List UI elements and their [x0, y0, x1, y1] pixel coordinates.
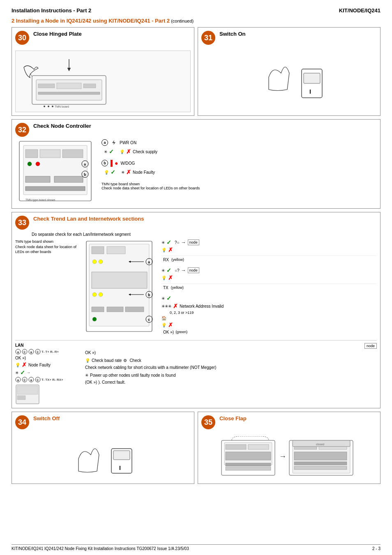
svg-rect-70: [17, 396, 25, 400]
svg-text:TMN type board shown: TMN type board shown: [25, 198, 55, 202]
step-35-header: 35 Close Flap: [201, 415, 377, 429]
rx-cross: ✗: [168, 246, 173, 253]
svg-point-21: [36, 162, 40, 166]
step-33-right: ✳ ✓ ?○ → node 💡 ✗: [161, 239, 377, 338]
step-32-svg: a b TMN type board shown: [15, 139, 97, 205]
step-33-lan-left: LAN ⊗ ① ⊗ ① T- T+ R- R+ OK ») 💡 ✗: [15, 343, 81, 405]
ok-color-note: (green): [175, 330, 187, 334]
ok-suns: ✳✳✳: [161, 304, 171, 309]
svg-line-6: [30, 74, 32, 76]
rx-arrow: →: [181, 240, 186, 245]
power-sun: ✳: [85, 372, 88, 378]
ok-invalid-row: ✳✳✳ ✗ Network Address Invalid: [161, 303, 377, 309]
svg-rect-24: [25, 187, 85, 191]
rx-label-row: RX (yellow): [163, 258, 377, 262]
tx-labels: ✳ ✓ ○? → node 💡 ✗: [161, 267, 199, 281]
svg-rect-81: [226, 467, 271, 470]
svg-rect-74: [113, 451, 130, 460]
svg-point-36: [99, 260, 103, 264]
header-right: KIT/NODE/IQ241: [339, 7, 380, 14]
tx-bulb: 💡: [161, 276, 166, 280]
svg-rect-78: [248, 444, 269, 449]
footer-left: KIT/NODE/IQ241 IQ241/242 Node Fixing Kit…: [12, 546, 189, 551]
svg-text:①: ①: [23, 350, 26, 354]
rx-section: ✳ ✓ ?○ → node 💡 ✗: [161, 239, 377, 256]
footer-right: 2 - 3: [372, 546, 380, 551]
step-31-box: 31 Switch On O I: [198, 27, 380, 116]
lan-icon-7: ⊗: [28, 377, 34, 382]
node-faulty-text: Node Faulty: [28, 363, 51, 367]
step-34-number: 34: [15, 415, 29, 429]
steps-30-31-row: 30 Close Hinged Plate: [12, 27, 380, 116]
ok-row: ✳ ✓: [161, 295, 377, 302]
lan-icon-5: ⊗: [15, 377, 21, 382]
wdog-results: 💡 ✓ ✳ ✗ Node Faulty: [104, 169, 377, 175]
step-32-box: 32 Check Node Controller: [12, 119, 380, 209]
lan-terminals2: T- TX+ R- RX+: [42, 378, 63, 382]
node-badge-lan: node: [364, 343, 377, 349]
tx-sun: ✳: [161, 268, 165, 273]
steps-34-35-row: 34 Switch Off O I: [12, 412, 380, 484]
svg-rect-88: [294, 462, 347, 465]
lan-icon-8: ①: [35, 377, 41, 382]
circle-a: a: [101, 139, 108, 146]
step-35-title: Close Flap: [219, 415, 247, 421]
pwr-check: ✓: [109, 148, 114, 155]
section-continued: (continued): [171, 18, 194, 23]
lan-icon-4: ①: [35, 349, 41, 355]
svg-rect-14: [304, 73, 320, 83]
page-header: Installation Instructions - Part 2 KIT/N…: [12, 7, 380, 15]
step-35-svg: → closed: [219, 436, 359, 479]
ok-bulb-row: 💡 ✗: [161, 322, 377, 328]
svg-rect-46: [92, 307, 104, 312]
flash-icon: [111, 139, 117, 146]
tx-q: ○?: [175, 268, 180, 273]
svg-rect-18: [40, 150, 60, 158]
lan-icon-1: ⊗: [15, 349, 21, 355]
check-network-row: Check network cabling for short circuits…: [85, 364, 377, 371]
correct-fault-row: (OK ») ). Correct fault.: [85, 379, 377, 385]
svg-marker-30: [112, 140, 115, 145]
ok-symbol: OK »): [163, 330, 174, 334]
rx-q: ?○: [175, 240, 180, 245]
lan-arrow: →: [27, 371, 30, 375]
step-33-svg: a: [84, 239, 158, 338]
check-network-text: Check network cabling for short circuits…: [85, 365, 216, 370]
pwr-bulb: 💡: [120, 150, 125, 154]
lan-terminals: T- T+ R- R+: [42, 350, 59, 354]
network-invalid: Network Address Invalid: [180, 304, 224, 309]
content-area: 30 Close Hinged Plate: [12, 27, 380, 540]
check-baud-check2: Check: [129, 357, 141, 364]
step-33-left-text: TMN type board shown Check node data she…: [15, 239, 81, 255]
svg-rect-89: [294, 466, 347, 470]
wdog-row: b ▌● W/DOG: [101, 160, 377, 166]
step-30-number: 30: [15, 31, 29, 45]
pwr-on-label: PWR ON: [120, 140, 136, 145]
step-33-board-note1: TMN type board shown: [15, 239, 81, 244]
svg-rect-2: [38, 84, 55, 88]
svg-rect-87: [294, 452, 347, 460]
rx-color-note: (yellow): [171, 258, 184, 262]
svg-text:⊗: ⊗: [17, 379, 19, 382]
step-30-header: 30 Close Hinged Plate: [15, 31, 191, 45]
svg-text:I: I: [309, 88, 311, 95]
step-31-header: 31 Switch On: [201, 31, 377, 45]
svg-rect-17: [25, 150, 38, 158]
svg-rect-3: [57, 83, 81, 89]
step-30-title: Close Hinged Plate: [33, 31, 82, 37]
step-34-title: Switch Off: [33, 415, 60, 421]
step-31-svg: O I: [248, 53, 330, 110]
svg-text:⊗: ⊗: [30, 351, 32, 354]
svg-text:①: ①: [36, 378, 39, 382]
ok-row2: OK »): [15, 356, 81, 360]
page: Installation Instructions - Part 2 KIT/N…: [0, 0, 392, 555]
rx-ok-row: ✳ ✓ ?○ → node: [161, 239, 199, 246]
board-note: TMN type board shown Check node data she…: [101, 182, 377, 190]
section-title-row: 2 Installing a Node in IQ241/242 using K…: [12, 18, 380, 24]
ok-symbol2: OK »): [15, 356, 26, 360]
step-32-title: Check Node Controller: [33, 123, 91, 129]
step-33-lan-section: LAN ⊗ ① ⊗ ① T- T+ R- R+ OK ») 💡 ✗: [15, 340, 377, 405]
check-supply-label: Check supply: [133, 150, 157, 154]
step-31-diagram: O I: [201, 51, 377, 112]
svg-rect-22: [25, 176, 50, 182]
